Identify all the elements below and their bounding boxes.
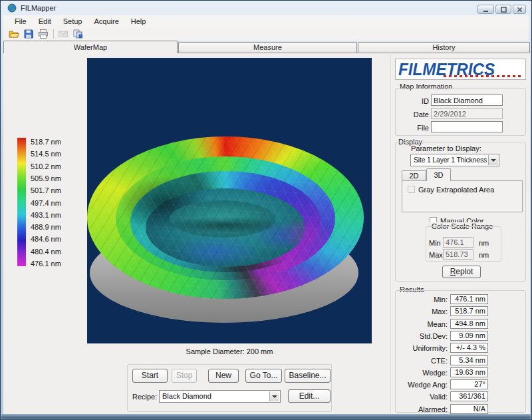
start-button[interactable]: Start bbox=[132, 369, 168, 383]
window-bottom-border bbox=[1, 414, 531, 419]
result-label: Uniformity: bbox=[400, 344, 448, 352]
logo-red-dashes bbox=[444, 75, 521, 77]
id-input[interactable] bbox=[431, 95, 503, 106]
result-value: 19.63 nm bbox=[450, 367, 488, 377]
min-label: Min bbox=[429, 239, 441, 247]
date-label: Date bbox=[406, 110, 429, 118]
color-scale-label: 510.2 nm bbox=[31, 162, 70, 170]
wafer-mesh-facets bbox=[87, 136, 364, 300]
save-icon[interactable] bbox=[23, 29, 34, 39]
max-label: Max bbox=[429, 251, 443, 259]
chevron-down-icon[interactable] bbox=[269, 391, 279, 401]
tab-measure[interactable]: Measure bbox=[178, 42, 357, 53]
result-label: Valid: bbox=[400, 393, 448, 401]
wafermap-page: 518.7 nm 514.5 nm 510.2 nm 505.9 nm 501.… bbox=[3, 53, 530, 415]
new-button[interactable]: New bbox=[208, 369, 239, 383]
sample-diameter-caption: Sample Diameter: 200 mm bbox=[87, 347, 372, 355]
color-scale-label: 501.7 nm bbox=[31, 186, 70, 194]
color-scale-bar bbox=[17, 138, 26, 266]
parameter-value: Site 1 Layer 1 Thickness bbox=[414, 156, 487, 164]
minimize-icon[interactable] bbox=[477, 5, 494, 14]
result-label: Wedge: bbox=[400, 369, 448, 377]
menu-file[interactable]: File bbox=[9, 16, 33, 27]
result-label: Max: bbox=[400, 308, 448, 315]
color-scale-label: 497.4 nm bbox=[31, 199, 70, 207]
menu-setup[interactable]: Setup bbox=[57, 16, 88, 27]
result-value: 518.7 nm bbox=[450, 306, 488, 316]
panel-divider bbox=[390, 55, 391, 413]
color-scale-label: 493.1 nm bbox=[31, 211, 70, 219]
wafer-3d-view[interactable] bbox=[87, 58, 372, 343]
replot-label: Replot bbox=[443, 266, 480, 278]
parameter-combo[interactable]: Site 1 Layer 1 Thickness bbox=[410, 154, 499, 166]
toolbar-separator bbox=[53, 29, 54, 39]
chevron-down-icon[interactable] bbox=[488, 155, 498, 165]
color-scale-label: 518.7 nm bbox=[31, 138, 70, 146]
app-window: FILMapper File Edit Setup Acquire Help bbox=[0, 0, 532, 420]
window-title: FILMapper bbox=[21, 4, 56, 12]
result-label: CTE: bbox=[400, 357, 448, 365]
result-value: N/A bbox=[450, 404, 488, 414]
menu-bar: File Edit Setup Acquire Help bbox=[3, 15, 529, 27]
result-value: 494.8 nm bbox=[450, 319, 488, 329]
result-label: Alarmed: bbox=[400, 405, 448, 413]
result-value: 476.1 nm bbox=[450, 294, 488, 304]
result-label: Mean: bbox=[400, 320, 448, 328]
file-input[interactable] bbox=[431, 121, 503, 132]
max-unit: nm bbox=[479, 251, 489, 259]
result-label: Wedge Ang: bbox=[400, 381, 448, 389]
baseline-button[interactable]: Baseline... bbox=[285, 369, 331, 383]
color-scale-label: 484.6 nm bbox=[31, 235, 70, 243]
gray-extrapolated-checkbox[interactable] bbox=[408, 186, 415, 193]
edit-recipe-button[interactable]: Edit... bbox=[288, 389, 331, 403]
recipe-label: Recipe: bbox=[132, 393, 157, 401]
menu-help[interactable]: Help bbox=[125, 16, 152, 27]
result-value: 361/361 bbox=[450, 391, 488, 401]
tab-wafermap[interactable]: WaferMap bbox=[3, 41, 178, 53]
file-label: File bbox=[406, 124, 429, 132]
recipe-value: Black Diamond bbox=[162, 392, 269, 400]
print-icon[interactable] bbox=[38, 29, 49, 39]
toolbar bbox=[3, 27, 529, 41]
max-input[interactable] bbox=[443, 249, 473, 260]
export-icon[interactable] bbox=[72, 29, 83, 39]
filmetrics-logo: FILMETRICS bbox=[395, 59, 526, 80]
maximize-icon[interactable] bbox=[495, 5, 511, 14]
close-icon[interactable] bbox=[513, 5, 526, 14]
min-input[interactable] bbox=[443, 237, 473, 248]
tab-history[interactable]: History bbox=[358, 42, 530, 53]
result-value: 5.34 nm bbox=[450, 355, 488, 365]
menu-acquire[interactable]: Acquire bbox=[88, 16, 124, 27]
result-value: 9.09 nm bbox=[450, 331, 488, 341]
tab-strip: WaferMap Measure History bbox=[3, 41, 529, 53]
color-scale-label: 480.4 nm bbox=[31, 248, 70, 256]
go-to-button[interactable]: Go To... bbox=[245, 369, 282, 383]
title-bar[interactable]: FILMapper bbox=[3, 1, 529, 15]
date-input[interactable] bbox=[431, 108, 503, 119]
menu-edit[interactable]: Edit bbox=[33, 16, 57, 27]
open-file-icon[interactable] bbox=[9, 29, 19, 39]
color-scale-label: 514.5 nm bbox=[31, 150, 70, 158]
replot-button[interactable]: Replot bbox=[442, 266, 481, 278]
tab-3d[interactable]: 3D bbox=[426, 168, 451, 181]
min-unit: nm bbox=[479, 239, 489, 247]
color-scale-label: 476.1 nm bbox=[31, 260, 70, 268]
color-scale-label: 488.9 nm bbox=[31, 223, 70, 231]
id-label: ID bbox=[406, 97, 429, 105]
recipe-combo[interactable]: Black Diamond bbox=[159, 390, 281, 403]
result-value: 27° bbox=[450, 379, 488, 389]
send-icon[interactable] bbox=[58, 29, 68, 39]
result-label: Min: bbox=[400, 296, 448, 304]
parameter-to-display-label: Parameter to Display: bbox=[411, 144, 481, 152]
result-label: Std.Dev: bbox=[400, 332, 448, 340]
color-scale-label: 505.9 nm bbox=[31, 174, 70, 182]
result-value: +/- 4.3 % bbox=[450, 343, 488, 353]
gray-extrapolated-label: Gray Extrapolated Area bbox=[418, 186, 494, 194]
app-icon bbox=[7, 3, 17, 13]
stop-button[interactable]: Stop bbox=[172, 369, 197, 383]
tab-2d[interactable]: 2D bbox=[402, 170, 426, 181]
